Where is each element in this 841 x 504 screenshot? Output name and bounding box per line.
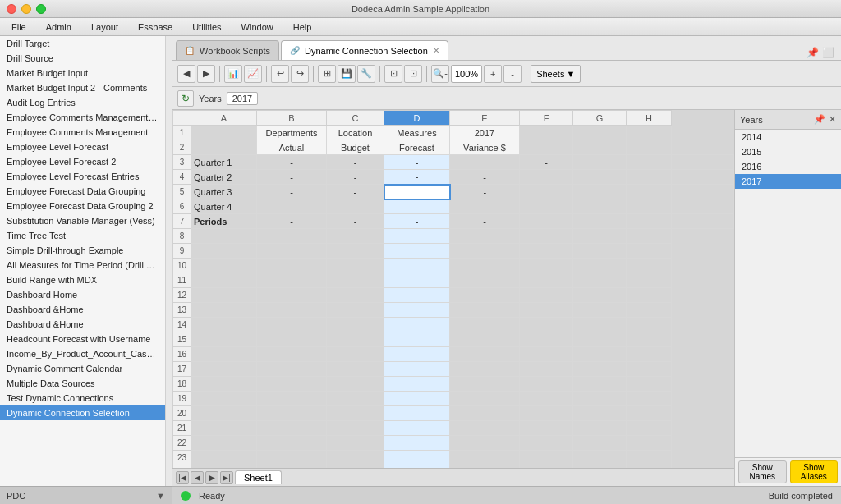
cell-6d[interactable]: - <box>384 199 450 214</box>
cell-5f[interactable] <box>520 185 573 199</box>
cell-1b[interactable]: Departments <box>257 126 327 140</box>
cell-2e[interactable]: Variance $ <box>450 140 520 155</box>
maximize-button[interactable] <box>36 4 46 14</box>
sidebar-item-19[interactable]: Dashboard &Home <box>0 317 165 332</box>
refresh-button[interactable]: ↻ <box>177 90 194 107</box>
toolbar-zoom-in[interactable]: + <box>484 65 502 83</box>
cell-10h[interactable] <box>627 259 672 273</box>
cell-22d[interactable] <box>384 436 450 451</box>
cell-3c[interactable]: - <box>327 155 384 170</box>
toolbar-btn-11[interactable]: ⊡ <box>404 65 422 83</box>
cell-18g[interactable] <box>573 377 627 392</box>
cell-4undefined[interactable] <box>672 170 734 185</box>
cell-21d[interactable] <box>384 421 450 436</box>
col-header-h[interactable]: H <box>627 111 672 126</box>
cell-7d[interactable]: - <box>384 214 450 229</box>
cell-3e[interactable] <box>450 155 520 170</box>
cell-23b[interactable] <box>257 451 327 465</box>
cell-16h[interactable] <box>627 347 672 362</box>
cell-8h[interactable] <box>627 229 672 244</box>
cell-8f[interactable] <box>520 229 573 244</box>
tab-close-icon[interactable]: ✕ <box>433 46 439 55</box>
cell-15b[interactable] <box>257 332 327 347</box>
cell-18e[interactable] <box>450 377 520 392</box>
sheets-dropdown[interactable]: Sheets ▼ <box>531 65 581 83</box>
toolbar-btn-10[interactable]: ⊡ <box>384 65 402 83</box>
cell-10f[interactable] <box>520 259 573 273</box>
cell-2f[interactable] <box>520 140 573 155</box>
sheet-nav-last[interactable]: ▶| <box>220 471 233 484</box>
cell-8e[interactable] <box>450 229 520 244</box>
col-header-f[interactable]: F <box>520 111 573 126</box>
sidebar-item-0[interactable]: Drill Target <box>0 36 165 51</box>
sidebar-item-9[interactable]: Employee Level Forecast Entries <box>0 169 165 184</box>
cell-20c[interactable] <box>327 406 384 421</box>
cell-9a[interactable] <box>191 244 257 259</box>
cell-3undefined[interactable] <box>672 155 734 170</box>
cell-20h[interactable] <box>627 406 672 421</box>
cell-18d[interactable] <box>384 377 450 392</box>
cell-5undefined[interactable] <box>672 185 734 199</box>
year-item-2015[interactable]: 2015 <box>735 144 841 159</box>
menu-help[interactable]: Help <box>288 21 317 34</box>
cell-15a[interactable] <box>191 332 257 347</box>
sidebar-item-13[interactable]: Time Tree Test <box>0 228 165 243</box>
cell-13g[interactable] <box>573 303 627 318</box>
cell-2d[interactable]: Forecast <box>384 140 450 155</box>
cell-21b[interactable] <box>257 421 327 436</box>
menu-utilities[interactable]: Utilities <box>187 21 226 34</box>
cell-13e[interactable] <box>450 303 520 318</box>
cell-14b[interactable] <box>257 318 327 332</box>
cell-22h[interactable] <box>627 436 672 451</box>
cell-5d[interactable] <box>384 185 450 199</box>
cell-9h[interactable] <box>627 244 672 259</box>
cell-11d[interactable] <box>384 273 450 288</box>
cell-13c[interactable] <box>327 303 384 318</box>
cell-3b[interactable]: - <box>257 155 327 170</box>
cell-11g[interactable] <box>573 273 627 288</box>
cell-6f[interactable] <box>520 199 573 214</box>
cell-10d[interactable] <box>384 259 450 273</box>
sidebar-item-10[interactable]: Employee Forecast Data Grouping <box>0 184 165 199</box>
cell-1f[interactable] <box>520 126 573 140</box>
sidebar-item-16[interactable]: Build Range with MDX <box>0 273 165 287</box>
col-header-g[interactable]: G <box>573 111 627 126</box>
cell-22a[interactable] <box>191 436 257 451</box>
cell-15f[interactable] <box>520 332 573 347</box>
sidebar-item-4[interactable]: Audit Log Entries <box>0 95 165 110</box>
cell-9f[interactable] <box>520 244 573 259</box>
cell-9d[interactable] <box>384 244 450 259</box>
cell-7e[interactable]: - <box>450 214 520 229</box>
cell-13f[interactable] <box>520 303 573 318</box>
cell-10e[interactable] <box>450 259 520 273</box>
cell-5h[interactable] <box>627 185 672 199</box>
cell-11h[interactable] <box>627 273 672 288</box>
menu-admin[interactable]: Admin <box>41 21 76 34</box>
sidebar-item-21[interactable]: Income_By_Product_Account_Cascade <box>0 346 165 361</box>
sidebar-item-15[interactable]: All Measures for Time Period (Drill Targ… <box>0 258 165 273</box>
cell-4e[interactable]: - <box>450 170 520 185</box>
sidebar-item-17[interactable]: Dashboard Home <box>0 287 165 302</box>
cell-1e[interactable]: 2017 <box>450 126 520 140</box>
sidebar-footer-dropdown[interactable]: ▼ <box>156 491 165 501</box>
cell-22b[interactable] <box>257 436 327 451</box>
cell-10b[interactable] <box>257 259 327 273</box>
cell-4c[interactable]: - <box>327 170 384 185</box>
cell-4b[interactable]: - <box>257 170 327 185</box>
year-item-2016[interactable]: 2016 <box>735 159 841 174</box>
cell-7c[interactable]: - <box>327 214 384 229</box>
cell-19c[interactable] <box>327 392 384 406</box>
cell-11c[interactable] <box>327 273 384 288</box>
cell-8a[interactable] <box>191 229 257 244</box>
cell-15e[interactable] <box>450 332 520 347</box>
cell-18c[interactable] <box>327 377 384 392</box>
cell-8c[interactable] <box>327 229 384 244</box>
sheet-nav-prev[interactable]: ◀ <box>191 471 204 484</box>
cell-18b[interactable] <box>257 377 327 392</box>
cell-16e[interactable] <box>450 347 520 362</box>
years-value[interactable]: 2017 <box>227 92 258 105</box>
cell-19b[interactable] <box>257 392 327 406</box>
cell-21e[interactable] <box>450 421 520 436</box>
cell-5e[interactable]: - <box>450 185 520 199</box>
cell-3g[interactable] <box>573 155 627 170</box>
